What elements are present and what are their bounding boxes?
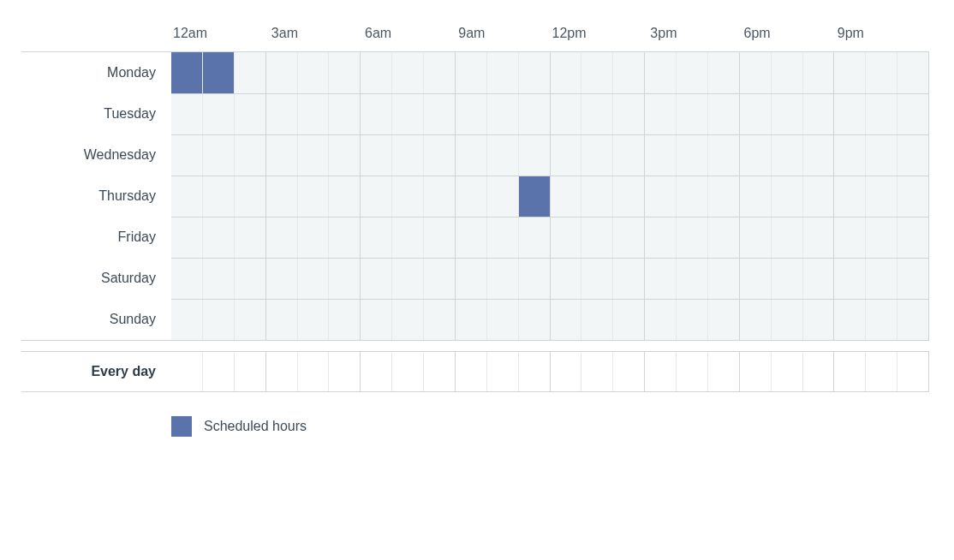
hour-cell[interactable]	[519, 52, 551, 93]
hour-cell[interactable]	[897, 259, 928, 299]
hour-cell[interactable]	[487, 300, 519, 340]
hour-cell[interactable]	[897, 217, 928, 258]
hour-cell[interactable]	[203, 52, 235, 93]
hour-cell[interactable]	[392, 176, 424, 217]
hour-cell[interactable]	[424, 135, 456, 176]
hour-cell[interactable]	[834, 217, 866, 258]
hour-cell[interactable]	[298, 176, 330, 217]
hour-cell[interactable]	[740, 52, 772, 93]
hour-cell[interactable]	[329, 217, 361, 258]
hour-cell[interactable]	[487, 259, 519, 299]
hour-cell[interactable]	[519, 94, 551, 134]
everyday-hour-cell[interactable]	[456, 352, 487, 391]
hour-cell[interactable]	[392, 259, 424, 299]
hour-cell[interactable]	[551, 176, 582, 217]
hour-cell[interactable]	[613, 176, 645, 217]
hour-cell[interactable]	[361, 94, 392, 134]
hour-cell[interactable]	[772, 259, 803, 299]
hour-cell[interactable]	[329, 300, 361, 340]
hour-cell[interactable]	[866, 94, 897, 134]
hour-cell[interactable]	[266, 217, 298, 258]
hour-cell[interactable]	[424, 94, 456, 134]
hour-cell[interactable]	[203, 217, 235, 258]
hour-cell[interactable]	[581, 176, 613, 217]
hour-cell[interactable]	[613, 259, 645, 299]
hour-cell[interactable]	[645, 259, 677, 299]
hour-cell[interactable]	[708, 135, 740, 176]
hour-cell[interactable]	[203, 94, 235, 134]
everyday-hour-cell[interactable]	[677, 352, 708, 391]
everyday-hour-cell[interactable]	[834, 352, 866, 391]
hour-cell[interactable]	[456, 135, 487, 176]
everyday-hour-cell[interactable]	[298, 352, 330, 391]
hour-cell[interactable]	[897, 52, 928, 93]
hour-cell[interactable]	[519, 300, 551, 340]
hour-cell[interactable]	[645, 52, 677, 93]
everyday-hour-cell[interactable]	[740, 352, 772, 391]
hour-cell[interactable]	[298, 259, 330, 299]
hour-cell[interactable]	[361, 52, 392, 93]
hour-cell[interactable]	[645, 176, 677, 217]
hour-cell[interactable]	[171, 217, 203, 258]
hour-cell[interactable]	[519, 176, 551, 217]
hour-cell[interactable]	[456, 300, 487, 340]
everyday-hour-cell[interactable]	[235, 352, 266, 391]
hour-cell[interactable]	[645, 300, 677, 340]
hour-cell[interactable]	[613, 300, 645, 340]
hour-cell[interactable]	[266, 135, 298, 176]
hour-cell[interactable]	[772, 94, 803, 134]
hour-cell[interactable]	[866, 259, 897, 299]
hour-cell[interactable]	[772, 52, 803, 93]
hour-cell[interactable]	[487, 135, 519, 176]
hour-cell[interactable]	[235, 300, 266, 340]
everyday-hour-cell[interactable]	[519, 352, 551, 391]
hour-cell[interactable]	[392, 94, 424, 134]
hour-cell[interactable]	[866, 176, 897, 217]
hour-cell[interactable]	[519, 135, 551, 176]
hour-cell[interactable]	[645, 217, 677, 258]
hour-cell[interactable]	[581, 300, 613, 340]
hour-cell[interactable]	[581, 94, 613, 134]
hour-cell[interactable]	[235, 52, 266, 93]
hour-cell[interactable]	[392, 52, 424, 93]
hour-cell[interactable]	[803, 259, 835, 299]
hour-cell[interactable]	[266, 259, 298, 299]
hour-cell[interactable]	[298, 300, 330, 340]
hour-cell[interactable]	[487, 176, 519, 217]
hour-cell[interactable]	[551, 94, 582, 134]
hour-cell[interactable]	[897, 94, 928, 134]
hour-cell[interactable]	[708, 217, 740, 258]
hour-cell[interactable]	[803, 176, 835, 217]
hour-cell[interactable]	[740, 217, 772, 258]
hour-cell[interactable]	[329, 94, 361, 134]
hour-cell[interactable]	[677, 259, 708, 299]
hour-cell[interactable]	[677, 217, 708, 258]
hour-cell[interactable]	[708, 94, 740, 134]
hour-cell[interactable]	[298, 52, 330, 93]
hour-cell[interactable]	[392, 135, 424, 176]
hour-cell[interactable]	[551, 217, 582, 258]
hour-cell[interactable]	[329, 176, 361, 217]
hour-cell[interactable]	[740, 94, 772, 134]
hour-cell[interactable]	[329, 52, 361, 93]
hour-cell[interactable]	[834, 300, 866, 340]
hour-cell[interactable]	[866, 135, 897, 176]
hour-cell[interactable]	[235, 176, 266, 217]
hour-cell[interactable]	[487, 217, 519, 258]
hour-cell[interactable]	[581, 135, 613, 176]
hour-cell[interactable]	[803, 94, 835, 134]
hour-cell[interactable]	[519, 259, 551, 299]
hour-cell[interactable]	[424, 176, 456, 217]
hour-cell[interactable]	[171, 52, 203, 93]
hour-cell[interactable]	[581, 52, 613, 93]
hour-cell[interactable]	[171, 135, 203, 176]
everyday-hour-cell[interactable]	[361, 352, 392, 391]
hour-cell[interactable]	[551, 300, 582, 340]
hour-cell[interactable]	[740, 176, 772, 217]
everyday-hour-cell[interactable]	[203, 352, 235, 391]
hour-cell[interactable]	[361, 217, 392, 258]
hour-cell[interactable]	[551, 259, 582, 299]
hour-cell[interactable]	[361, 176, 392, 217]
hour-cell[interactable]	[803, 135, 835, 176]
hour-cell[interactable]	[235, 217, 266, 258]
